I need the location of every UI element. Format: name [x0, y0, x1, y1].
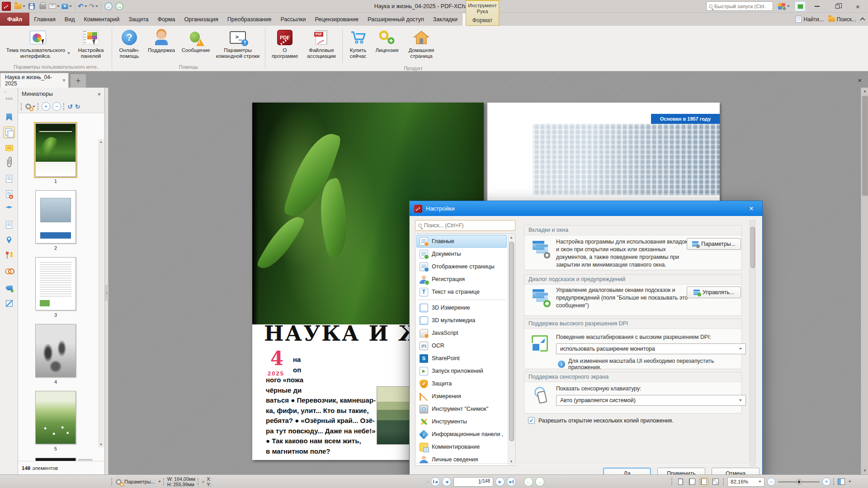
settings-nav-measurement[interactable]: Измерения	[416, 390, 507, 403]
redo-button[interactable]: ↷	[88, 1, 99, 11]
scroll-up-icon[interactable]: ▲	[508, 235, 514, 241]
restore-button[interactable]	[827, 0, 848, 13]
settings-nav-documents[interactable]: Документы	[416, 248, 507, 260]
history-forward-button[interactable]: →	[114, 1, 125, 11]
first-page-button[interactable]: ◀	[431, 477, 440, 486]
tab-mailings[interactable]: Рассылки	[276, 13, 310, 26]
settings-search-input[interactable]	[424, 222, 512, 229]
support-button[interactable]: Поддержка	[144, 27, 179, 55]
document-canvas[interactable]: НАУКА И ЖИЗНЬ 4 2025 на оп ного «пожа чё…	[108, 88, 861, 474]
tab-close-icon[interactable]: ×	[62, 77, 66, 84]
thumbnails-scrollbar[interactable]: ▲ ▼	[98, 139, 104, 447]
history-back-button[interactable]: ←	[103, 1, 114, 11]
customize-panels-button[interactable]: Настройка панелей	[72, 27, 109, 61]
settings-nav-commenting[interactable]: Комментирование	[416, 441, 507, 453]
view-back-button[interactable]: ←	[524, 477, 533, 486]
drag-handle[interactable]	[671, 478, 673, 485]
nav-scrollbar[interactable]: ▲ ▼	[508, 235, 514, 465]
print-button[interactable]	[37, 1, 48, 11]
window-close-button[interactable]: ×	[848, 0, 868, 13]
collapse-panel-icon[interactable]: ‹	[5, 89, 6, 94]
tab-accessibility[interactable]: Расширенный доступ	[363, 13, 429, 26]
zoom-in-button[interactable]: +	[822, 478, 830, 486]
yes-button[interactable]: Да	[603, 468, 651, 474]
page-thumbnail-2[interactable]	[35, 190, 76, 244]
scroll-down-icon[interactable]: ▼	[98, 442, 104, 447]
multiple-copies-checkbox-row[interactable]: ✓ Разрешить открытие нескольких копий пр…	[528, 417, 674, 424]
minimize-button[interactable]	[807, 0, 827, 13]
tab-protect[interactable]: Защита	[124, 13, 153, 26]
zoom-level-box[interactable]: 82,16%	[727, 477, 764, 487]
zoom-out-button[interactable]: −	[767, 478, 775, 486]
scrollbar-thumb[interactable]	[750, 227, 755, 267]
settings-nav-sharepoint[interactable]: SSharePoint	[416, 352, 507, 365]
sidebar-item-layers[interactable]	[3, 203, 15, 215]
sidebar-item-structure[interactable]	[3, 249, 15, 261]
about-button[interactable]: PDF О программе	[268, 27, 302, 61]
new-tab-button[interactable]: +	[71, 74, 86, 88]
tab-convert[interactable]: Преобразование	[223, 13, 276, 26]
view-forward-button[interactable]: →	[535, 477, 544, 486]
settings-nav-launch-apps[interactable]: ▶Запуск приложений	[416, 365, 507, 377]
rotate-ccw-button[interactable]: ↺	[67, 103, 73, 110]
search-button[interactable]: Поиск...	[828, 16, 856, 23]
hints-manage-button[interactable]: Управлять...	[687, 286, 741, 298]
panel-splitter[interactable]: ‹	[105, 88, 108, 474]
page-number-box[interactable]: 1 /148	[453, 477, 493, 487]
export-button[interactable]	[61, 1, 73, 11]
save-button[interactable]	[26, 1, 37, 11]
two-page-layout-button[interactable]	[699, 477, 708, 486]
drag-handle[interactable]	[111, 478, 113, 485]
settings-nav-info-panels[interactable]: iИнформационные панели ,	[416, 428, 507, 441]
cancel-button[interactable]: Отмена	[712, 468, 760, 474]
document-tab[interactable]: Наука и жизнь_04-2025 ×	[0, 73, 69, 88]
last-page-button[interactable]: ▶	[507, 477, 516, 486]
drag-handle[interactable]	[6, 98, 12, 100]
panel-toggle-icon[interactable]	[838, 479, 845, 485]
settings-nav-registration[interactable]: Регистрация	[416, 273, 507, 286]
tab-form[interactable]: Форма	[153, 13, 180, 26]
page-thumbnail-4[interactable]	[35, 324, 76, 377]
find-button[interactable]: Найти...	[796, 16, 823, 23]
zoom-slider-thumb[interactable]	[796, 479, 802, 485]
sidebar-item-bookmarks[interactable]	[3, 111, 15, 123]
settings-nav-3d-multimedia[interactable]: 3D мультимедиа	[416, 314, 507, 327]
document-scrollbar[interactable]: ▲ ▼	[861, 88, 868, 474]
sidebar-item-tags[interactable]	[3, 282, 15, 294]
tab-comment[interactable]: Комментарий	[79, 13, 124, 26]
touch-keyboard-select[interactable]: Авто (управляется системой)	[556, 395, 746, 406]
settings-nav-ocr[interactable]: [T]OCR	[416, 339, 507, 352]
collapse-ribbon-icon[interactable]	[860, 17, 865, 22]
page-thumbnail-1[interactable]	[35, 123, 76, 177]
tab-bookmarks[interactable]: Закладки	[429, 13, 462, 26]
theme-button[interactable]	[776, 1, 792, 11]
settings-nav-snapshot[interactable]: Инструмент "Снимок"	[416, 403, 507, 415]
dpi-behavior-select[interactable]: использовать расширение монитора	[556, 343, 746, 354]
scroll-down-icon[interactable]: ▼	[508, 459, 514, 465]
home-page-button[interactable]: Домашняя страница	[402, 27, 441, 61]
tab-home[interactable]: Главная	[29, 13, 60, 26]
command-line-button[interactable]: >_ Параметры командной строки	[213, 27, 263, 61]
dialog-title-bar[interactable]: Настройки ×	[410, 201, 762, 216]
tab-organize[interactable]: Организация	[179, 13, 222, 26]
scroll-up-icon[interactable]: ▲	[861, 88, 868, 95]
grid-layout-button[interactable]	[711, 477, 720, 486]
quick-launch-search[interactable]	[706, 1, 773, 11]
online-help-button[interactable]: ? Онлайн-помощь	[114, 27, 144, 61]
license-button[interactable]: Лицензия	[372, 27, 402, 55]
scrollbar-thumb[interactable]	[862, 96, 868, 195]
ui-theme-button[interactable]: Тема пользовательского интерфейса.	[4, 27, 72, 61]
rotate-cw-button[interactable]: ↻	[75, 103, 80, 110]
fullscreen-button[interactable]	[795, 1, 806, 11]
sidebar-item-attachments[interactable]	[3, 157, 15, 169]
panel-close-icon[interactable]: ×	[97, 91, 101, 98]
sidebar-item-links[interactable]	[3, 265, 15, 277]
tabs-options-button[interactable]: Параметры...	[687, 238, 741, 250]
settings-nav-page-text[interactable]: TТекст на странице	[416, 286, 507, 298]
sidebar-item-content[interactable]	[3, 219, 15, 230]
email-button[interactable]	[48, 1, 61, 11]
open-button[interactable]	[14, 1, 26, 11]
checkbox-checked-icon[interactable]: ✓	[528, 417, 535, 424]
page-thumbnail-3[interactable]	[35, 257, 76, 310]
collapse-left-icon[interactable]: ‹	[427, 479, 429, 484]
